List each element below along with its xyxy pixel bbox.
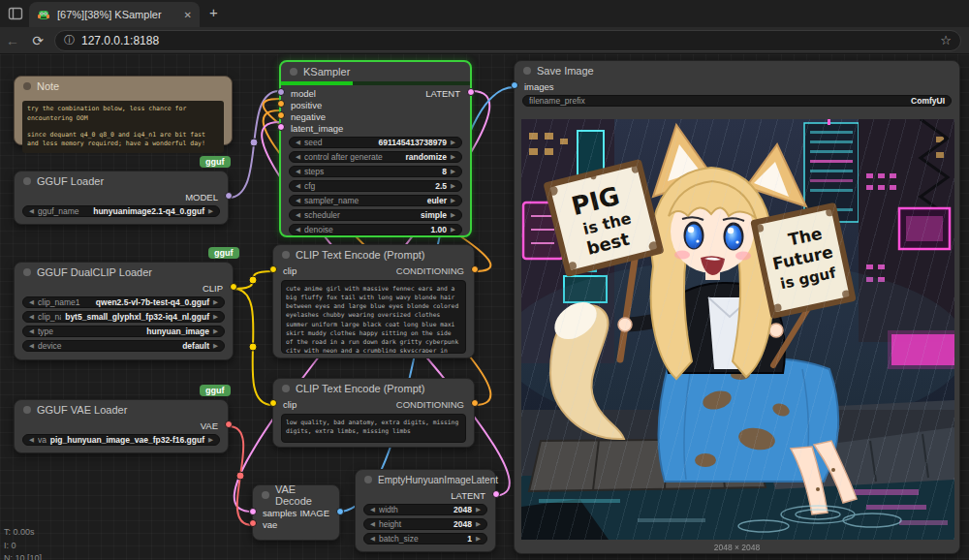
increment-icon[interactable]: ▶ <box>208 437 213 444</box>
increment-icon[interactable]: ▶ <box>451 154 455 161</box>
increment-icon[interactable]: ▶ <box>451 227 455 233</box>
increment-icon[interactable]: ▶ <box>213 314 218 321</box>
collapse-dot-icon[interactable] <box>23 268 31 276</box>
decrement-icon[interactable]: ◀ <box>296 227 300 233</box>
decrement-icon[interactable]: ◀ <box>296 154 300 161</box>
url-bar[interactable]: ⓘ 127.0.0.1:8188 ☆ <box>54 30 961 51</box>
node-title-bar[interactable]: KSampler <box>281 62 470 81</box>
output-dot-conditioning[interactable] <box>471 265 479 273</box>
decrement-icon[interactable]: ◀ <box>370 536 375 543</box>
increment-icon[interactable]: ▶ <box>476 507 481 513</box>
widget-denoise[interactable]: ◀ denoise 1.00 ▶ <box>289 224 462 235</box>
widget-type[interactable]: ◀ type hunyuan_image ▶ <box>22 326 225 337</box>
note-text[interactable]: try the combination below, less chance f… <box>22 101 224 153</box>
collapse-dot-icon[interactable] <box>282 385 290 392</box>
prompt-textarea[interactable]: low quality, bad anatomy, extra digits, … <box>281 414 466 443</box>
node-clip-text-encode-positive[interactable]: CLIP Text Encode (Prompt) clip CONDITION… <box>272 244 475 358</box>
decrement-icon[interactable]: ◀ <box>29 328 34 335</box>
input-dot-clip[interactable] <box>269 399 277 407</box>
increment-icon[interactable]: ▶ <box>208 208 213 215</box>
node-title-bar[interactable]: VAE Decode <box>253 485 339 505</box>
graph-canvas[interactable]: Note try the combination below, less cha… <box>0 54 969 560</box>
tab-close-icon[interactable]: ✕ <box>184 10 192 20</box>
url-text[interactable]: 127.0.0.1:8188 <box>81 34 933 47</box>
widget-control-after-generate[interactable]: ◀ control after generate randomize ▶ <box>289 151 462 163</box>
decrement-icon[interactable]: ◀ <box>296 140 300 146</box>
input-dot-clip[interactable] <box>269 265 277 273</box>
decrement-icon[interactable]: ◀ <box>29 437 34 444</box>
increment-icon[interactable]: ▶ <box>451 198 455 204</box>
output-dot-clip[interactable] <box>230 283 237 291</box>
node-title-bar[interactable]: Note <box>15 77 232 96</box>
decrement-icon[interactable]: ◀ <box>370 507 375 513</box>
output-dot-conditioning[interactable] <box>471 399 479 407</box>
widget-scheduler[interactable]: ◀ scheduler simple ▶ <box>289 209 462 221</box>
collapse-dot-icon[interactable] <box>262 491 269 499</box>
node-title-bar[interactable]: GGUF Loader <box>15 171 228 191</box>
collapse-dot-icon[interactable] <box>290 68 297 76</box>
browser-tab[interactable]: [67%][38%] KSampler ✕ <box>29 2 200 27</box>
node-ksampler[interactable]: KSampler model LATENT positive negative … <box>279 60 472 237</box>
collapse-dot-icon[interactable] <box>523 67 531 75</box>
node-clip-text-encode-negative[interactable]: CLIP Text Encode (Prompt) clip CONDITION… <box>272 378 475 448</box>
increment-icon[interactable]: ▶ <box>451 183 455 190</box>
widget-clip-name2[interactable]: ◀ clip_name2 byt5_small_glyphxl_fp32-iq4… <box>22 311 225 323</box>
widget-clip-name1[interactable]: ◀ clip_name1 qwen2.5-vl-7b-test-q4_0.ggu… <box>22 296 225 308</box>
input-dot-negative[interactable] <box>277 111 285 119</box>
reload-icon[interactable]: ⟳ <box>25 33 50 48</box>
input-dot-positive[interactable] <box>277 100 285 108</box>
widget-device[interactable]: ◀ device default ▶ <box>22 340 225 352</box>
input-dot-latent-image[interactable] <box>277 123 285 131</box>
increment-icon[interactable]: ▶ <box>213 343 218 350</box>
node-title-bar[interactable]: Save Image <box>515 61 959 80</box>
node-note[interactable]: Note try the combination below, less cha… <box>14 76 233 145</box>
input-dot-model[interactable] <box>277 88 285 96</box>
collapse-dot-icon[interactable] <box>23 406 31 414</box>
node-gguf-loader[interactable]: GGUF Loader MODEL ◀ gguf_name hunyuanima… <box>14 171 229 225</box>
decrement-icon[interactable]: ◀ <box>29 343 34 350</box>
widget-seed[interactable]: ◀ seed 691145413738979 ▶ <box>289 137 462 148</box>
output-dot-latent[interactable] <box>492 490 500 498</box>
input-dot-samples[interactable] <box>249 508 257 515</box>
node-empty-hunyuan-image-latent[interactable]: EmptyHunyuanImageLatent LATENT ◀ width 2… <box>355 469 496 552</box>
tab-search-icon[interactable] <box>8 6 23 21</box>
bookmark-star-icon[interactable]: ☆ <box>940 33 952 47</box>
increment-icon[interactable]: ▶ <box>213 299 218 306</box>
node-title-bar[interactable]: EmptyHunyuanImageLatent <box>356 470 495 489</box>
widget-steps[interactable]: ◀ steps 8 ▶ <box>289 166 462 177</box>
node-title-bar[interactable]: CLIP Text Encode (Prompt) <box>273 245 474 264</box>
node-title-bar[interactable]: GGUF VAE Loader <box>15 400 228 420</box>
generated-image-preview[interactable]: PIG is the best The Future is gguf <box>521 119 954 540</box>
decrement-icon[interactable]: ◀ <box>29 314 34 321</box>
increment-icon[interactable]: ▶ <box>476 521 481 528</box>
input-dot-images[interactable] <box>511 81 518 89</box>
input-dot-vae[interactable] <box>249 519 257 527</box>
node-vae-decode[interactable]: VAE Decode samples IMAGE vae <box>252 484 340 541</box>
decrement-icon[interactable]: ◀ <box>296 212 300 219</box>
increment-icon[interactable]: ▶ <box>213 328 218 335</box>
decrement-icon[interactable]: ◀ <box>296 198 300 204</box>
output-dot-model[interactable] <box>225 192 233 200</box>
widget-filename-prefix[interactable]: filename_prefix ComfyUI <box>522 95 952 107</box>
widget-vae-name[interactable]: ◀ vae_name pig_hunyuan_image_vae_fp32-f1… <box>22 434 220 446</box>
collapse-dot-icon[interactable] <box>282 251 290 259</box>
increment-icon[interactable]: ▶ <box>451 212 455 219</box>
node-dualclip-loader[interactable]: GGUF DualCLIP Loader CLIP ◀ clip_name1 q… <box>14 262 234 360</box>
increment-icon[interactable]: ▶ <box>476 536 481 543</box>
decrement-icon[interactable]: ◀ <box>296 169 300 175</box>
decrement-icon[interactable]: ◀ <box>29 299 34 306</box>
collapse-dot-icon[interactable] <box>364 476 372 483</box>
node-title-bar[interactable]: GGUF DualCLIP Loader <box>15 263 233 282</box>
node-title-bar[interactable]: CLIP Text Encode (Prompt) <box>273 379 474 398</box>
node-vae-loader[interactable]: GGUF VAE Loader VAE ◀ vae_name pig_hunyu… <box>14 399 229 453</box>
collapse-dot-icon[interactable] <box>23 82 31 90</box>
widget-batch-size[interactable]: ◀ batch_size 1 ▶ <box>363 533 487 544</box>
decrement-icon[interactable]: ◀ <box>296 183 300 190</box>
widget-height[interactable]: ◀ height 2048 ▶ <box>363 518 487 530</box>
prompt-textarea[interactable]: cute anime girl with massive fennec ears… <box>281 280 466 354</box>
collapse-dot-icon[interactable] <box>23 177 31 185</box>
node-save-image[interactable]: Save Image images filename_prefix ComfyU… <box>514 60 960 554</box>
decrement-icon[interactable]: ◀ <box>370 521 375 528</box>
output-dot-latent[interactable] <box>467 88 475 96</box>
site-info-icon[interactable]: ⓘ <box>64 33 75 47</box>
